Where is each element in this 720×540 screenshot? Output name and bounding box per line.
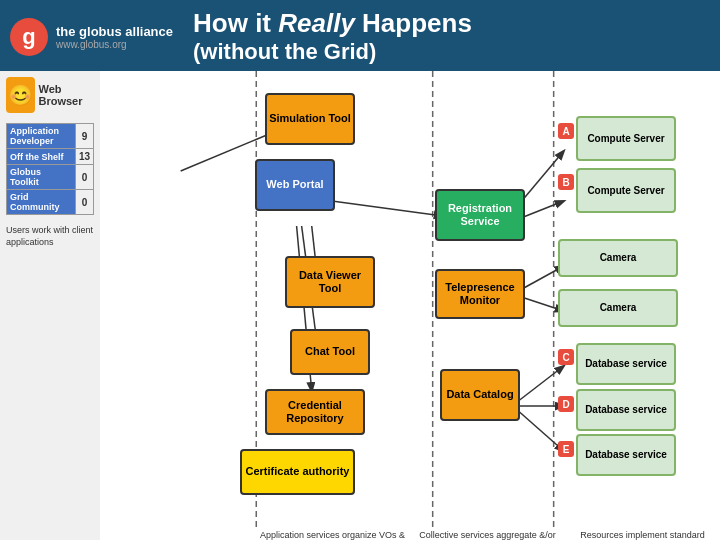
svg-line-12 [518, 366, 563, 401]
registration-service-box: Registration Service [435, 189, 525, 241]
title-line1: How it Really Happens [193, 8, 472, 38]
resource-label-e: E [558, 441, 574, 457]
resource-compute-a: Compute Server [576, 116, 676, 161]
row-label: Off the Shelf [7, 149, 76, 165]
logo-text: the globus alliance www.globus.org [56, 24, 173, 50]
chat-tool-box: Chat Tool [290, 329, 370, 375]
svg-line-4 [332, 201, 443, 216]
resource-compute-b: Compute Server [576, 168, 676, 213]
row-num: 0 [75, 165, 93, 190]
url-label: www.globus.org [56, 39, 173, 50]
row-num: 9 [75, 124, 93, 149]
footer-col-2: Collective services aggregate &/or virtu… [410, 530, 565, 540]
table-row: Application Developer 9 [7, 124, 94, 149]
resource-camera-1: Camera [558, 239, 678, 277]
header: g the globus alliance www.globus.org How… [0, 0, 720, 71]
certificate-authority-box: Certificate authority [240, 449, 355, 495]
alliance-label: the globus alliance [56, 24, 173, 39]
sidebar: 😊 Web Browser Application Developer 9 Of… [0, 71, 100, 540]
svg-line-14 [518, 411, 563, 451]
data-catalog-box: Data Catalog [440, 369, 520, 421]
resource-db-c: Database service [576, 343, 676, 385]
diagram: Simulation Tool Web Portal Data Viewer T… [100, 71, 720, 540]
footer-labels: Application services organize VOs & enab… [100, 530, 720, 540]
table-row: Off the Shelf 13 [7, 149, 94, 165]
credential-repository-box: Credential Repository [265, 389, 365, 435]
row-label: Application Developer [7, 124, 76, 149]
resource-label-c: C [558, 349, 574, 365]
sidebar-footer: Users work with client applications [6, 225, 94, 248]
footer-col-3: Resources implement standard access & ma… [565, 530, 720, 540]
footer-col-1: Application services organize VOs & enab… [255, 530, 410, 540]
sidebar-table: Application Developer 9 Off the Shelf 13… [6, 123, 94, 215]
row-label: Globus Toolkit [7, 165, 76, 190]
resource-db-d: Database service [576, 389, 676, 431]
row-num: 13 [75, 149, 93, 165]
svg-line-10 [518, 266, 563, 291]
resource-db-e: Database service [576, 434, 676, 476]
browser-icon: 😊 [6, 77, 35, 113]
resource-label-a: A [558, 123, 574, 139]
resource-camera-2: Camera [558, 289, 678, 327]
resource-label-d: D [558, 396, 574, 412]
telepresence-monitor-box: Telepresence Monitor [435, 269, 525, 319]
main-content: 😊 Web Browser Application Developer 9 Of… [0, 71, 720, 540]
footer-spacer [100, 530, 255, 540]
page-title: How it Really Happens (without the Grid) [193, 8, 472, 65]
resource-label-b: B [558, 174, 574, 190]
row-num: 0 [75, 190, 93, 215]
simulation-tool-box: Simulation Tool [265, 93, 355, 145]
table-row: Grid Community 0 [7, 190, 94, 215]
title-line2: (without the Grid) [193, 39, 472, 65]
web-portal-box: Web Portal [255, 159, 335, 211]
browser-label: Web Browser [39, 83, 95, 107]
browser-area: 😊 Web Browser [6, 77, 94, 113]
logo-icon: g [10, 18, 48, 56]
table-row: Globus Toolkit 0 [7, 165, 94, 190]
row-label: Grid Community [7, 190, 76, 215]
data-viewer-tool-box: Data Viewer Tool [285, 256, 375, 308]
svg-line-11 [518, 296, 563, 311]
